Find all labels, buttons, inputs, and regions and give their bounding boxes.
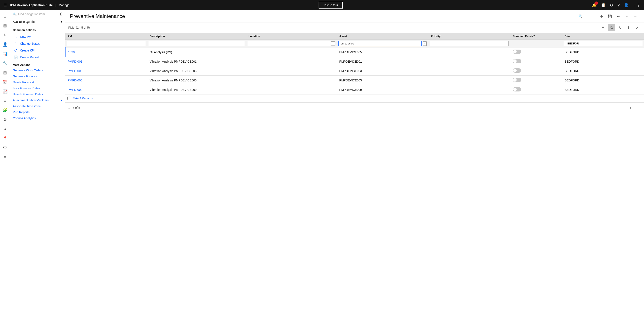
sidebar-icon-grid[interactable]: ▤ <box>1 68 10 77</box>
add-button[interactable]: ⊕ <box>598 13 605 20</box>
sidebar-icon-list[interactable]: ≡ <box>1 97 10 105</box>
main-layout: ⌂ ▦ ↻ 👤 📊 🔧 ▤ 📅 📈 ≡ 🧩 ⚙ ★ 📍 🛡 ≡ 🔍 ❮ Avai… <box>0 10 644 321</box>
create-report-action[interactable]: 📄 Create Report <box>13 54 62 61</box>
attachment-library-dropdown[interactable]: Attachment Library/Folders ▾ <box>10 97 65 103</box>
back-button[interactable]: ← <box>624 13 630 20</box>
forecast-toggle[interactable] <box>513 68 521 73</box>
more-options-button[interactable]: ⋮ <box>586 13 592 20</box>
table-container: PM Description Location Asset Priority F… <box>65 33 644 321</box>
notifications-icon[interactable]: 🔔 1 <box>592 3 597 8</box>
undo-button[interactable]: ↩ <box>615 13 622 20</box>
expand-icon-btn[interactable]: ⤢ <box>634 24 640 31</box>
sidebar-icon-home[interactable]: ⌂ <box>1 12 10 21</box>
filter-site-input[interactable] <box>564 41 642 46</box>
filter-asset-input[interactable] <box>338 41 422 46</box>
forecast-toggle[interactable] <box>513 78 521 82</box>
filter-location-cell: › <box>246 40 337 47</box>
search-header-button[interactable]: 🔍 <box>577 13 584 20</box>
available-queries-dropdown[interactable]: Available Queries ▾ <box>10 18 65 26</box>
priority-cell <box>428 57 510 66</box>
pm-link[interactable]: PMPD-003 <box>68 69 82 73</box>
description-cell: Vibration Analysis PMPDEVICE001 <box>147 57 246 66</box>
hamburger-menu-icon[interactable]: ☰ <box>4 3 7 8</box>
location-cell <box>246 76 337 85</box>
change-status-icon: ⋮ <box>14 42 18 46</box>
sidebar-icon-shield[interactable]: 🛡 <box>1 144 10 152</box>
nav-search-input[interactable] <box>18 13 58 16</box>
pm-link[interactable]: 1030 <box>68 50 75 54</box>
unlock-forecast-dates-action[interactable]: Unlock Forecast Dates <box>10 91 65 97</box>
settings-icon[interactable]: ⚙ <box>610 3 613 8</box>
footer-next-button[interactable]: › <box>634 104 640 111</box>
user-icon[interactable]: 👤 <box>624 3 629 8</box>
sidebar-icon-location[interactable]: 📍 <box>1 134 10 143</box>
forecast-exists-cell <box>510 85 562 94</box>
footer-prev-button[interactable]: ‹ <box>627 104 634 111</box>
filter-pm-input[interactable] <box>67 41 146 46</box>
table-row: PMPD-001Vibration Analysis PMPDEVICE001P… <box>65 57 644 66</box>
table-count: (1 - 5 of 5) <box>76 26 90 29</box>
delete-forecast-action[interactable]: Delete Forecast <box>10 79 65 85</box>
sidebar-icon-activity[interactable]: ↻ <box>1 31 10 39</box>
plus-circle-icon: ⊕ <box>14 35 18 39</box>
filter-description-input[interactable] <box>149 41 244 46</box>
priority-cell <box>428 47 510 57</box>
sidebar-icon-calendar[interactable]: 📅 <box>1 78 10 86</box>
pm-cell: 1030 <box>65 47 147 57</box>
save-button[interactable]: 💾 <box>606 13 613 20</box>
forecast-exists-cell <box>510 47 562 57</box>
lock-forecast-dates-action[interactable]: Lock Forecast Dates <box>10 85 65 91</box>
filter-priority-input[interactable] <box>430 41 508 46</box>
filter-pm-cell <box>65 40 147 47</box>
associate-time-zone-action[interactable]: Associate Time Zone <box>10 103 65 109</box>
col-location: Location <box>246 33 337 40</box>
sidebar-icon-people[interactable]: 👤 <box>1 40 10 49</box>
sidebar-icon-bottom-menu[interactable]: ≡ <box>1 153 10 162</box>
change-status-action[interactable]: ⋮ Change Status <box>13 40 62 47</box>
nav-collapse-button[interactable]: ❮ <box>59 12 62 16</box>
filter-icon-btn[interactable]: ▼ <box>600 24 606 31</box>
create-kpi-action[interactable]: ⏱ Create KPI <box>13 47 62 54</box>
help-icon[interactable]: ? <box>618 3 620 8</box>
sidebar-icon-dashboard[interactable]: ▦ <box>1 21 10 30</box>
forecast-toggle[interactable] <box>513 87 521 91</box>
select-records-row: Select Records <box>65 94 644 102</box>
pm-link[interactable]: PMPD-005 <box>68 79 82 82</box>
active-filter-icon-btn[interactable]: ⧉ <box>608 24 615 31</box>
pm-link[interactable]: PMPD-001 <box>68 60 82 63</box>
topbar: ☰ IBM Maximo Application Suite | Manage … <box>0 0 644 10</box>
change-status-label: Change Status <box>20 42 40 45</box>
sidebar-icon-chart2[interactable]: 📈 <box>1 87 10 96</box>
table-row: 1030Oil Analysis (RS)PMPDEVICE005BEDFORD <box>65 47 644 57</box>
common-actions-title: Common Actions <box>13 29 62 32</box>
asset-lookup-button[interactable]: › <box>423 42 426 46</box>
sidebar-icon-puzzle[interactable]: 🧩 <box>1 106 10 114</box>
filter-location-input[interactable] <box>248 41 330 46</box>
sidebar-icon-star[interactable]: ★ <box>1 125 10 133</box>
select-records-link[interactable]: Select Records <box>72 97 93 100</box>
cognos-analytics-action[interactable]: Cognos Analytics <box>10 115 65 121</box>
download-icon-btn[interactable]: ⬇ <box>625 24 632 31</box>
sidebar-icon-wrench[interactable]: 🔧 <box>1 59 10 68</box>
location-lookup-button[interactable]: › <box>331 42 335 46</box>
page-header: Preventive Maintenance 🔍 ⋮ ⊕ 💾 ↩ ← → <box>65 10 644 23</box>
apps-icon[interactable]: ⋮⋮ <box>633 3 640 8</box>
refresh-icon-btn[interactable]: ↻ <box>617 24 624 31</box>
select-all-checkbox[interactable] <box>68 97 71 100</box>
pm-cell: PMPD-003 <box>65 66 147 76</box>
pm-link[interactable]: PMPD-009 <box>68 88 82 91</box>
kpi-icon: ⏱ <box>14 48 18 53</box>
filter-description-cell <box>147 40 246 47</box>
forecast-toggle[interactable] <box>513 50 521 54</box>
new-pm-action[interactable]: ⊕ New PM <box>13 33 62 40</box>
common-actions-section: Common Actions ⊕ New PM ⋮ Change Status … <box>10 26 65 62</box>
forward-button[interactable]: → <box>632 13 639 20</box>
generate-work-orders-action[interactable]: Generate Work Orders <box>10 67 65 73</box>
run-reports-action[interactable]: Run Reports <box>10 109 65 115</box>
sidebar-icon-gear[interactable]: ⚙ <box>1 115 10 124</box>
sidebar-icon-chart[interactable]: 📊 <box>1 50 10 58</box>
forecast-toggle[interactable] <box>513 59 521 63</box>
generate-forecast-action[interactable]: Generate Forecast <box>10 73 65 79</box>
clipboard-icon[interactable]: 📋 <box>601 3 606 8</box>
take-tour-button[interactable]: Take a tour <box>318 2 343 9</box>
